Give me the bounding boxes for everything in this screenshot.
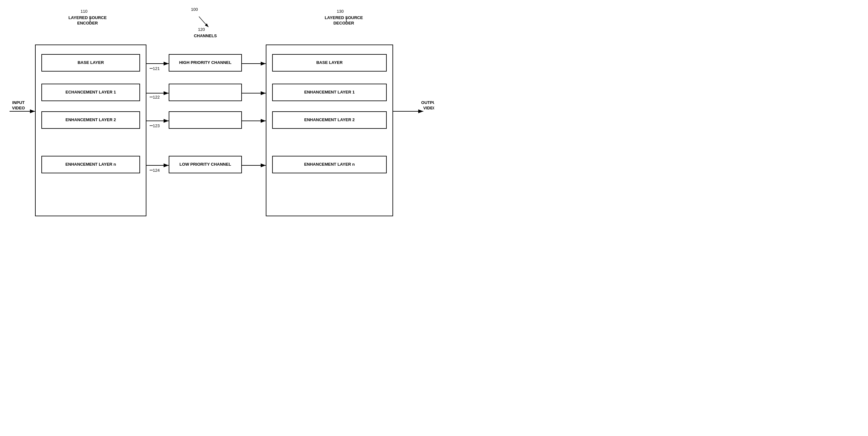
ref-110: 110 (81, 9, 88, 14)
ref-124: 124 (153, 168, 160, 173)
decoder-enhancement-layer-2: ENHANCEMENT LAYER 2 (272, 111, 387, 129)
high-priority-channel: HIGH PRIORITY CHANNEL (169, 54, 242, 72)
diagram: 100 110 LAYERED SOURCEENCODER 120 CHANNE… (0, 0, 434, 218)
channel-2 (169, 83, 242, 101)
ref-130: 130 (337, 9, 344, 14)
encoder-enhancement-layer-1: ECHANCEMENT LAYER 1 (41, 83, 140, 101)
label-decoder: LAYERED SOURCEDECODER (312, 15, 376, 26)
decoder-enhancement-layer-1: ENHANCEMENT LAYER 1 (272, 83, 387, 101)
decoder-enhancement-layer-n: ENHANCEMENT LAYER n (272, 156, 387, 173)
ref-100: 100 (191, 7, 198, 12)
ref-123: 123 (153, 123, 160, 128)
encoder-base-layer: BASE LAYER (41, 54, 140, 72)
label-channels: CHANNELS (183, 33, 227, 39)
ref-120: 120 (198, 27, 205, 32)
output-video-label: OUTPUTVIDEO (417, 100, 434, 111)
decoder-base-layer: BASE LAYER (272, 54, 387, 72)
ref-121: 121 (153, 66, 160, 71)
input-video-label: INPUTVIDEO (6, 100, 31, 111)
encoder-enhancement-layer-n: ENHANCEMENT LAYER n (41, 156, 140, 173)
channel-3 (169, 111, 242, 129)
label-encoder: LAYERED SOURCEENCODER (56, 15, 119, 26)
low-priority-channel: LOW PRIORITY CHANNEL (169, 156, 242, 173)
encoder-enhancement-layer-2: ENHANCEMENT LAYER 2 (41, 111, 140, 129)
ref-122: 122 (153, 95, 160, 100)
